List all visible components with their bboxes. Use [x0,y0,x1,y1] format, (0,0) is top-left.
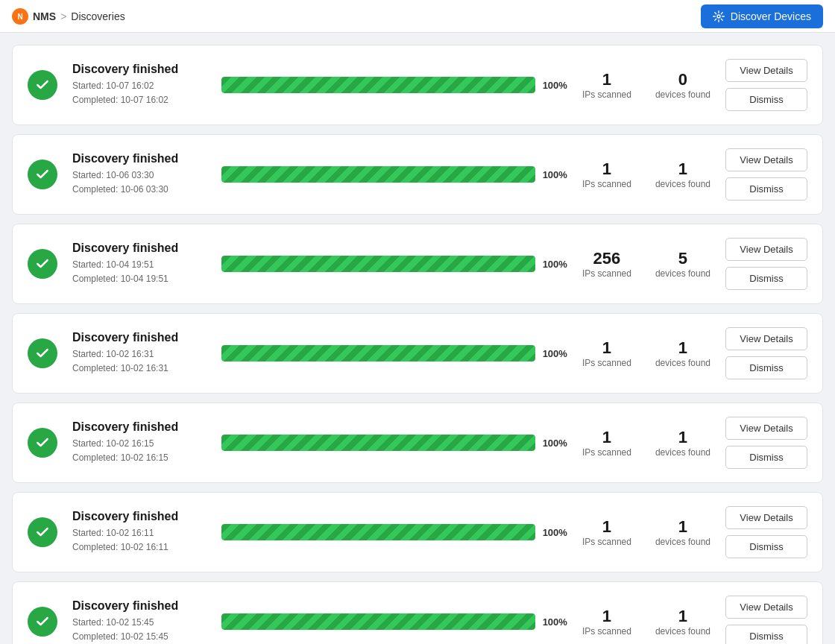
devices-found-number: 1 [655,428,710,447]
discovery-card: Discovery finished Started: 10-02 15:45C… [12,581,823,644]
devices-found-stat: 1 devices found [655,607,710,637]
discovery-info: Discovery finished Started: 10-02 15:45C… [72,599,207,644]
devices-found-label: devices found [655,537,710,547]
ips-scanned-label: IPs scanned [582,89,631,100]
stats-section: 1 IPs scanned 1 devices found [582,517,710,547]
progress-section: 100% [221,256,567,272]
breadcrumb-separator: > [60,10,66,22]
ips-scanned-stat: 1 IPs scanned [582,70,631,100]
breadcrumb-page: Discoveries [71,10,125,22]
progress-bar-fill [221,166,535,183]
dismiss-button[interactable]: Dismiss [725,88,807,111]
view-details-button[interactable]: View Details [725,327,807,350]
view-details-button[interactable]: View Details [725,238,807,261]
stats-section: 1 IPs scanned 0 devices found [582,70,710,100]
breadcrumb: N NMS > Discoveries [12,8,125,25]
actions-section: View Details Dismiss [725,596,807,644]
devices-found-label: devices found [655,89,710,100]
progress-bar-track [221,166,535,183]
actions-section: View Details Dismiss [725,327,807,379]
discovery-meta: Started: 10-02 16:15Completed: 10-02 16:… [72,437,207,465]
devices-found-stat: 1 devices found [655,160,710,189]
view-details-button[interactable]: View Details [725,148,807,171]
dismiss-button[interactable]: Dismiss [725,177,807,201]
discoveries-list: Discovery finished Started: 10-07 16:02C… [0,33,835,644]
progress-bar-fill [221,524,535,540]
progress-bar-track [221,613,535,630]
progress-label: 100% [543,80,567,91]
devices-found-stat: 1 devices found [655,338,710,368]
actions-section: View Details Dismiss [725,148,807,201]
discovery-card: Discovery finished Started: 10-02 16:11C… [12,492,823,572]
progress-label: 100% [543,527,567,538]
svg-text:N: N [17,13,22,21]
view-details-button[interactable]: View Details [725,417,807,440]
status-check-icon [28,517,57,547]
discovery-title: Discovery finished [72,242,207,255]
ips-scanned-label: IPs scanned [582,358,631,368]
ips-scanned-stat: 1 IPs scanned [582,607,631,637]
devices-found-label: devices found [655,626,710,637]
view-details-button[interactable]: View Details [725,59,807,82]
progress-section: 100% [221,77,567,93]
ips-scanned-stat: 1 IPs scanned [582,517,631,547]
view-details-button[interactable]: View Details [725,506,807,529]
progress-label: 100% [543,438,567,449]
discovery-info: Discovery finished Started: 10-02 16:11C… [72,510,207,555]
dismiss-button[interactable]: Dismiss [725,267,807,290]
discovery-info: Discovery finished Started: 10-02 16:15C… [72,420,207,465]
discovery-title: Discovery finished [72,63,207,76]
ips-scanned-number: 256 [582,249,631,268]
ips-scanned-label: IPs scanned [582,537,631,547]
actions-section: View Details Dismiss [725,59,807,111]
dismiss-button[interactable]: Dismiss [725,446,807,469]
ips-scanned-label: IPs scanned [582,179,631,189]
discover-icon [713,10,725,22]
dismiss-button[interactable]: Dismiss [725,535,807,558]
discover-devices-button[interactable]: Discover Devices [701,4,823,28]
discovery-meta: Started: 10-02 16:11Completed: 10-02 16:… [72,526,207,555]
devices-found-number: 1 [655,160,710,179]
devices-found-number: 1 [655,338,710,358]
discovery-title: Discovery finished [72,331,207,344]
discovery-meta: Started: 10-07 16:02Completed: 10-07 16:… [72,79,207,107]
actions-section: View Details Dismiss [725,417,807,469]
progress-section: 100% [221,524,567,540]
view-details-button[interactable]: View Details [725,596,807,619]
progress-bar-fill [221,77,535,93]
discovery-info: Discovery finished Started: 10-04 19:51C… [72,242,207,286]
progress-label: 100% [543,169,567,180]
discovery-card: Discovery finished Started: 10-02 16:31C… [12,313,823,394]
discovery-info: Discovery finished Started: 10-02 16:31C… [72,331,207,376]
dismiss-button[interactable]: Dismiss [725,356,807,379]
discovery-title: Discovery finished [72,510,207,523]
discovery-meta: Started: 10-02 16:31Completed: 10-02 16:… [72,347,207,376]
discovery-meta: Started: 10-06 03:30Completed: 10-06 03:… [72,168,207,197]
discovery-title: Discovery finished [72,420,207,434]
discovery-info: Discovery finished Started: 10-07 16:02C… [72,63,207,107]
devices-found-stat: 5 devices found [655,249,710,279]
ips-scanned-number: 1 [582,607,631,626]
checkmark-icon [35,435,50,450]
ips-scanned-stat: 1 IPs scanned [582,428,631,458]
ips-scanned-stat: 1 IPs scanned [582,160,631,189]
ips-scanned-label: IPs scanned [582,626,631,637]
progress-bar-track [221,256,535,272]
discovery-card: Discovery finished Started: 10-04 19:51C… [12,224,823,304]
devices-found-label: devices found [655,268,710,279]
progress-bar-fill [221,613,535,630]
discovery-info: Discovery finished Started: 10-06 03:30C… [72,152,207,197]
discovery-meta: Started: 10-04 19:51Completed: 10-04 19:… [72,258,207,286]
progress-section: 100% [221,613,567,630]
ips-scanned-stat: 1 IPs scanned [582,338,631,368]
ips-scanned-number: 1 [582,160,631,179]
progress-bar-track [221,77,535,93]
app-name: NMS [33,10,56,22]
progress-bar-track [221,345,535,362]
devices-found-number: 0 [655,70,710,89]
progress-bar-fill [221,435,535,451]
status-check-icon [28,607,57,637]
dismiss-button[interactable]: Dismiss [725,625,807,644]
discover-btn-label: Discover Devices [731,10,811,22]
checkmark-icon [35,256,50,271]
